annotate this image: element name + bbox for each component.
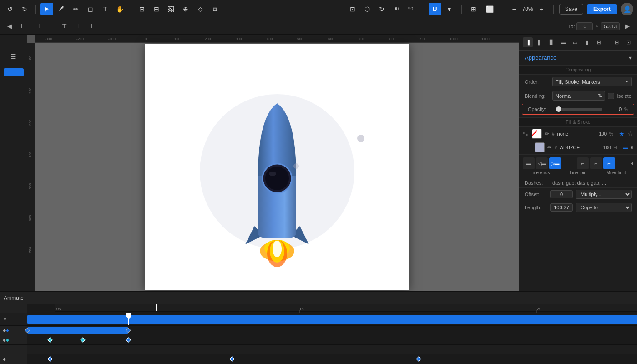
fill-value: none <box>557 131 568 136</box>
layout-btn[interactable]: ⊞ <box>467 3 480 15</box>
text-tool[interactable]: T <box>99 3 111 15</box>
rotate-cw-btn[interactable]: 90 <box>404 3 417 15</box>
line-end-2[interactable]: ◁▬ <box>536 157 548 169</box>
panel-icon-r1[interactable]: ⊞ <box>612 37 622 47</box>
opacity-thumb[interactable] <box>556 106 561 112</box>
canvas-wrapper[interactable]: -300 -200 -100 0 100 200 300 400 500 600… <box>27 35 519 291</box>
path-tool[interactable]: ◇ <box>194 3 207 15</box>
frame-btn[interactable]: ⬜ <box>484 3 496 15</box>
undo-button[interactable]: ↺ <box>4 3 16 15</box>
pen-tool[interactable] <box>55 3 68 15</box>
playhead-line <box>156 304 157 311</box>
offset-input[interactable] <box>550 190 573 198</box>
stroke-swatch[interactable] <box>535 142 545 152</box>
appearance-arrow[interactable]: ▾ <box>629 55 632 61</box>
group-tool[interactable]: ⊕ <box>179 3 192 15</box>
svg-text:-300: -300 <box>45 37 52 41</box>
export-button[interactable]: Export <box>587 4 617 14</box>
line-end-3[interactable]: ▷▬ <box>549 157 561 169</box>
panel-icon-2[interactable]: ▌ <box>535 37 545 47</box>
keyframe-2b[interactable] <box>80 337 85 342</box>
canvas-bg[interactable] <box>35 43 519 291</box>
fill-star-solid[interactable]: ★ <box>619 130 625 137</box>
blending-select[interactable]: Normal ⇅ <box>552 91 605 101</box>
align-center-btn[interactable]: ⊣ <box>31 20 43 32</box>
stroke-pencil[interactable]: ✏ <box>547 144 552 151</box>
keyframe-4c[interactable] <box>416 356 421 361</box>
distribute-tool[interactable]: ⊟ <box>150 3 163 15</box>
track-row-2: ◆ ◆ <box>0 335 637 345</box>
track-content-4[interactable] <box>27 354 637 364</box>
fill-pencil[interactable]: ✏ <box>545 131 549 137</box>
hand-tool[interactable]: ✋ <box>113 3 126 15</box>
line-join-3[interactable]: ⌐ <box>603 157 615 169</box>
panel-icon-r2[interactable]: ⊡ <box>623 37 633 47</box>
dropdown-btn[interactable]: ▾ <box>443 3 456 15</box>
align-mid-btn[interactable]: ⊥ <box>72 20 84 32</box>
swap-icon[interactable]: ⇆ <box>523 130 528 137</box>
isolate-checkbox[interactable] <box>608 93 614 99</box>
expand-arrow-1[interactable]: ▼ <box>3 317 7 322</box>
prev-panel-btn[interactable]: ◀ <box>4 20 15 32</box>
fill-swatch[interactable] <box>532 129 542 139</box>
zoom-in-btn[interactable]: + <box>535 3 548 15</box>
u-button[interactable]: U <box>429 3 441 15</box>
track-content-1[interactable] <box>27 326 637 335</box>
view-mode-btn[interactable]: ⊡ <box>346 3 359 15</box>
to-input-x[interactable] <box>576 22 593 30</box>
line-end-1[interactable]: ▬ <box>523 157 535 169</box>
stroke-bar-icon: ▬ <box>623 145 628 150</box>
main-track-row: ▼ <box>0 313 637 326</box>
line-join-2[interactable]: ⌐ <box>590 157 602 169</box>
rotate-ccw-btn[interactable]: 90 <box>390 3 403 15</box>
offset-blend-select[interactable]: Multiply... <box>576 190 632 199</box>
opacity-input[interactable] <box>605 106 622 112</box>
redo-button[interactable]: ↻ <box>18 3 31 15</box>
panel-icon-5[interactable]: ▭ <box>570 37 580 47</box>
keyframe-2d[interactable] <box>126 337 131 342</box>
shape-tool[interactable]: ◻ <box>84 3 97 15</box>
order-value: Fill, Stroke, Markers <box>556 79 600 85</box>
length-input[interactable] <box>550 203 573 212</box>
panel-icon-6[interactable]: ▮ <box>582 37 592 47</box>
keyframe-4a[interactable] <box>47 356 52 361</box>
rotate-btn[interactable]: ↻ <box>375 3 388 15</box>
stroke-width: 6 <box>631 145 633 150</box>
panel-icon-7[interactable]: ⊟ <box>594 37 604 47</box>
align-bottom-btn[interactable]: ⊥ <box>86 20 97 32</box>
layers-btn[interactable]: ☰ <box>5 47 23 66</box>
bool-tool[interactable]: ⧈ <box>208 3 221 15</box>
align-right-btn[interactable]: ⊢ <box>45 20 56 32</box>
brush-tool[interactable]: ✏ <box>70 3 82 15</box>
line-join-1[interactable]: ⌐ <box>577 157 589 169</box>
opacity-row: Opacity: % <box>522 104 634 115</box>
select-tool[interactable] <box>40 3 53 15</box>
save-button[interactable]: Save <box>559 4 583 15</box>
panel-top-icons: ▐ ▌ ▊ ▬ ▭ ▮ ⊟ ⊞ ⊡ <box>519 35 637 51</box>
order-select[interactable]: Fill, Stroke, Markers ▾ <box>552 77 632 86</box>
fill-star-empty[interactable]: ☆ <box>627 130 633 137</box>
image-tool[interactable]: 🖼 <box>165 3 177 15</box>
right-panel: ▐ ▌ ▊ ▬ ▭ ▮ ⊟ ⊞ ⊡ Appearance ▾ Compositi… <box>519 35 637 291</box>
svg-point-33 <box>265 167 289 190</box>
panel-icon-1[interactable]: ▐ <box>523 37 533 47</box>
panel-icon-4[interactable]: ▬ <box>558 37 568 47</box>
align-left-btn[interactable]: ⊢ <box>17 20 29 32</box>
zoom-out-btn[interactable]: − <box>508 3 521 15</box>
flip-btn[interactable]: ⬡ <box>361 3 374 15</box>
track-content-2[interactable] <box>27 335 637 344</box>
length-copy-select[interactable]: Copy to <box>576 203 632 212</box>
next-panel-btn[interactable]: ▶ <box>622 20 633 32</box>
opacity-slider[interactable] <box>556 108 602 111</box>
svg-text:-100: -100 <box>108 37 116 41</box>
panel-icons-right: ⊞ ⊡ <box>612 37 633 47</box>
main-track-content[interactable] <box>27 313 637 325</box>
keyframe-2a[interactable] <box>47 337 52 342</box>
panel-icon-3[interactable]: ▊ <box>546 37 556 47</box>
keyframe-4b[interactable] <box>229 356 234 361</box>
align-top-btn[interactable]: ⊤ <box>58 20 70 32</box>
playhead <box>128 313 129 325</box>
align-tool[interactable]: ⊞ <box>136 3 148 15</box>
opacity-label: Opacity: <box>528 106 553 112</box>
user-avatar[interactable]: 👤 <box>621 3 633 15</box>
